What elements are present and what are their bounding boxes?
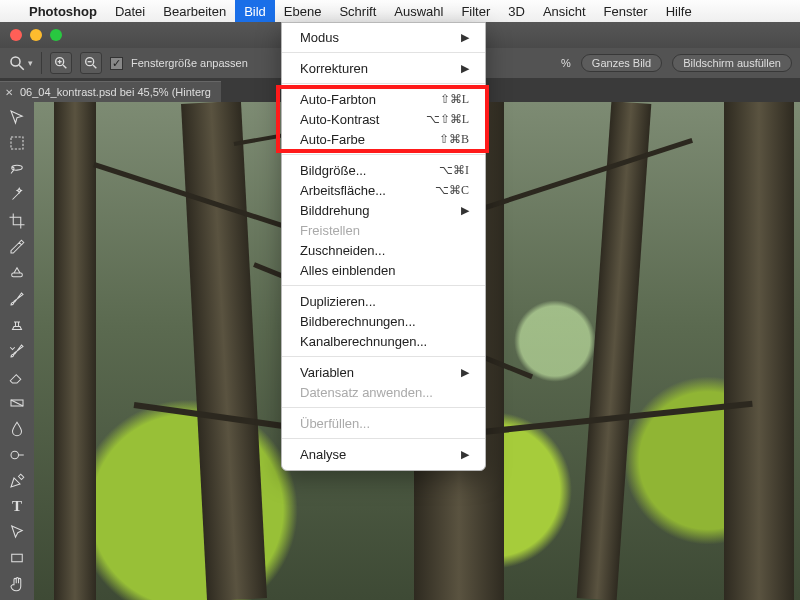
spot-heal-tool[interactable]: [5, 264, 29, 282]
separator: [41, 52, 42, 74]
zoom-out-button[interactable]: [80, 52, 102, 74]
menu-bearbeiten[interactable]: Bearbeiten: [154, 0, 235, 22]
magnifier-plus-icon: [53, 55, 69, 71]
submenu-arrow-icon: ▶: [461, 448, 469, 461]
fit-whole-image-button[interactable]: Ganzes Bild: [581, 54, 662, 72]
menu-item-bildgr-e[interactable]: Bildgröße...⌥⌘I: [282, 160, 485, 180]
app-menu[interactable]: Photoshop: [20, 0, 106, 22]
menu-item-variablen[interactable]: Variablen▶: [282, 362, 485, 382]
dodge-tool[interactable]: [5, 446, 29, 464]
svg-line-1: [19, 65, 24, 70]
menu-item-alles-einblenden[interactable]: Alles einblenden: [282, 260, 485, 280]
gradient-tool[interactable]: [5, 394, 29, 412]
move-tool[interactable]: [5, 108, 29, 126]
resize-windows-label: Fenstergröße anpassen: [131, 57, 248, 69]
menu-item-analyse[interactable]: Analyse▶: [282, 444, 485, 464]
svg-rect-13: [12, 554, 23, 562]
svg-line-3: [63, 65, 66, 68]
document-tab-label: 06_04_kontrast.psd bei 45,5% (Hinterg: [20, 86, 211, 98]
menu-item-kanalberechnungen[interactable]: Kanalberechnungen...: [282, 331, 485, 351]
close-window-button[interactable]: [10, 29, 22, 41]
menu-item-label: Variablen: [300, 365, 354, 380]
brush-tool[interactable]: [5, 290, 29, 308]
menu-item-duplizieren[interactable]: Duplizieren...: [282, 291, 485, 311]
magnifier-minus-icon: [83, 55, 99, 71]
menu-item-label: Auto-Farbe: [300, 132, 365, 147]
menu-shortcut: ⇧⌘B: [439, 132, 469, 147]
magic-wand-tool[interactable]: [5, 186, 29, 204]
menu-ansicht[interactable]: Ansicht: [534, 0, 595, 22]
blur-tool[interactable]: [5, 420, 29, 438]
zoom-in-button[interactable]: [50, 52, 72, 74]
pen-tool[interactable]: [5, 472, 29, 490]
menu-item-label: Arbeitsfläche...: [300, 183, 386, 198]
path-select-tool[interactable]: [5, 523, 29, 541]
hand-tool[interactable]: [5, 575, 29, 593]
menu-filter[interactable]: Filter: [452, 0, 499, 22]
svg-point-12: [11, 451, 19, 459]
menu-bild[interactable]: Bild: [235, 0, 275, 22]
menu-item-label: Bildgröße...: [300, 163, 366, 178]
menu-item-label: Auto-Farbton: [300, 92, 376, 107]
menu-auswahl[interactable]: Auswahl: [385, 0, 452, 22]
type-tool[interactable]: T: [5, 498, 29, 515]
svg-line-7: [93, 65, 96, 68]
menu-item-label: Datensatz anwenden...: [300, 385, 433, 400]
menu-item-auto-kontrast[interactable]: Auto-Kontrast⌥⇧⌘L: [282, 109, 485, 129]
menu-item-korrekturen[interactable]: Korrekturen▶: [282, 58, 485, 78]
history-brush-tool[interactable]: [5, 342, 29, 360]
current-tool-indicator[interactable]: ▾: [8, 54, 33, 72]
menu-item-auto-farbe[interactable]: Auto-Farbe⇧⌘B: [282, 129, 485, 149]
menu-item-zuschneiden[interactable]: Zuschneiden...: [282, 240, 485, 260]
clone-stamp-tool[interactable]: [5, 316, 29, 334]
menu-shortcut: ⌥⌘C: [435, 183, 469, 198]
menu-separator: [282, 52, 485, 53]
document-tab[interactable]: ✕ 06_04_kontrast.psd bei 45,5% (Hinterg: [0, 81, 221, 102]
menu-item-label: Zuschneiden...: [300, 243, 385, 258]
submenu-arrow-icon: ▶: [461, 204, 469, 217]
menu-item-label: Freistellen: [300, 223, 360, 238]
tools-panel: T: [0, 102, 34, 600]
menu-item-berf-llen: Überfüllen...: [282, 413, 485, 433]
menu-schrift[interactable]: Schrift: [330, 0, 385, 22]
menu-item-datensatz-anwenden: Datensatz anwenden...: [282, 382, 485, 402]
chevron-down-icon: ▾: [28, 58, 33, 68]
minimize-window-button[interactable]: [30, 29, 42, 41]
menu-fenster[interactable]: Fenster: [595, 0, 657, 22]
eraser-tool[interactable]: [5, 368, 29, 386]
menu-item-freistellen: Freistellen: [282, 220, 485, 240]
submenu-arrow-icon: ▶: [461, 62, 469, 75]
menu-item-bildberechnungen[interactable]: Bildberechnungen...: [282, 311, 485, 331]
zoom-window-button[interactable]: [50, 29, 62, 41]
menu-item-bilddrehung[interactable]: Bilddrehung▶: [282, 200, 485, 220]
menu-shortcut: ⌥⇧⌘L: [426, 112, 469, 127]
lasso-tool[interactable]: [5, 160, 29, 178]
eyedropper-tool[interactable]: [5, 238, 29, 256]
menu-item-arbeitsfl-che[interactable]: Arbeitsfläche...⌥⌘C: [282, 180, 485, 200]
menu-3d[interactable]: 3D: [499, 0, 534, 22]
fill-screen-button[interactable]: Bildschirm ausfüllen: [672, 54, 792, 72]
menu-shortcut: ⇧⌘L: [440, 92, 469, 107]
svg-rect-9: [11, 137, 23, 149]
menu-item-label: Kanalberechnungen...: [300, 334, 427, 349]
menu-item-label: Duplizieren...: [300, 294, 376, 309]
menu-shortcut: ⌥⌘I: [439, 163, 469, 178]
menu-item-label: Auto-Kontrast: [300, 112, 380, 127]
rectangle-tool[interactable]: [5, 549, 29, 567]
close-tab-icon[interactable]: ✕: [5, 87, 13, 98]
menu-datei[interactable]: Datei: [106, 0, 154, 22]
marquee-tool[interactable]: [5, 134, 29, 152]
menu-separator: [282, 154, 485, 155]
menu-separator: [282, 438, 485, 439]
menu-item-label: Analyse: [300, 447, 346, 462]
menu-separator: [282, 285, 485, 286]
crop-tool[interactable]: [5, 212, 29, 230]
menu-hilfe[interactable]: Hilfe: [657, 0, 701, 22]
svg-point-0: [11, 57, 20, 66]
menu-separator: [282, 83, 485, 84]
menu-item-auto-farbton[interactable]: Auto-Farbton⇧⌘L: [282, 89, 485, 109]
menu-item-modus[interactable]: Modus▶: [282, 27, 485, 47]
menu-ebene[interactable]: Ebene: [275, 0, 331, 22]
resize-windows-checkbox[interactable]: ✓: [110, 57, 123, 70]
mac-menubar: Photoshop Datei Bearbeiten Bild Ebene Sc…: [0, 0, 800, 22]
